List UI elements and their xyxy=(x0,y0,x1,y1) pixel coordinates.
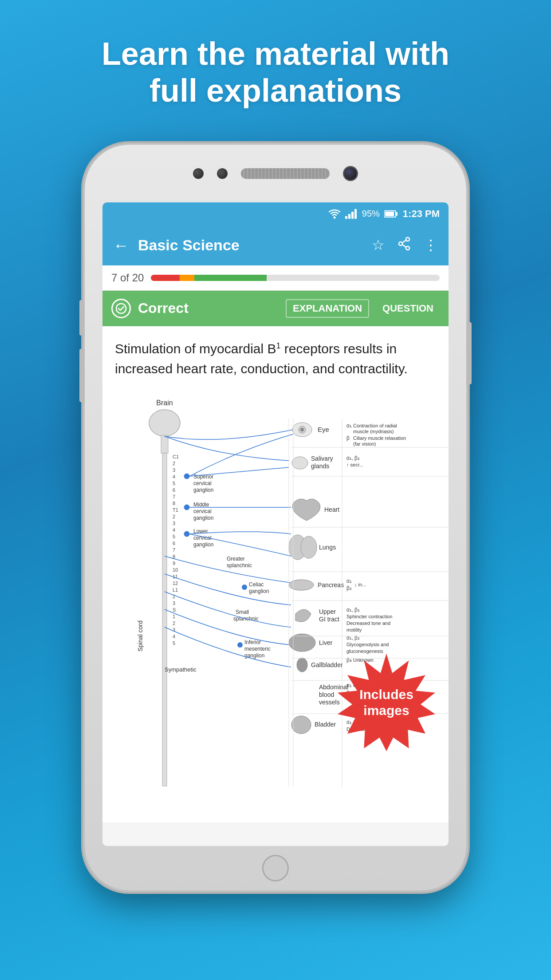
headline: Learn the material with full explanation… xyxy=(66,36,485,109)
svg-text:Contraction of radial: Contraction of radial xyxy=(353,423,397,428)
svg-text:4: 4 xyxy=(173,527,175,533)
front-camera-left xyxy=(193,168,204,179)
svg-text:L1: L1 xyxy=(173,587,178,593)
svg-text:C1: C1 xyxy=(173,454,179,459)
svg-text:ganglion: ganglion xyxy=(193,487,213,493)
svg-text:3: 3 xyxy=(173,601,175,606)
svg-text:ganglion: ganglion xyxy=(249,588,269,594)
correct-label: Correct xyxy=(138,300,279,316)
wifi-icon xyxy=(328,209,341,219)
progress-label: 7 of 20 xyxy=(111,272,144,284)
star-icon[interactable]: ☆ xyxy=(372,237,385,254)
explanation-main: Stimulation of myocardial B xyxy=(115,341,276,356)
battery-icon xyxy=(384,210,398,218)
svg-rect-3 xyxy=(351,212,354,219)
svg-point-75 xyxy=(300,428,304,431)
svg-text:Eye: Eye xyxy=(318,426,329,433)
back-button[interactable]: ← xyxy=(113,236,129,255)
svg-point-68 xyxy=(237,642,243,648)
headline-line2: full explanations xyxy=(150,73,401,108)
anatomy-diagram: Brain Spinal cord C1 2 3 4 5 6 7 8 T1 xyxy=(107,387,449,822)
svg-text:2: 2 xyxy=(173,461,175,466)
svg-rect-6 xyxy=(396,212,398,216)
svg-text:7: 7 xyxy=(173,494,175,499)
svg-point-9 xyxy=(399,242,402,245)
status-bar: 95% 1:23 PM xyxy=(102,202,449,225)
svg-text:6: 6 xyxy=(173,541,175,546)
badge-text: Includes images xyxy=(351,687,422,719)
svg-text:β₂: β₂ xyxy=(354,635,360,641)
svg-text:S: S xyxy=(173,607,176,612)
home-button[interactable] xyxy=(262,855,289,881)
svg-point-84 xyxy=(289,580,314,590)
svg-point-57 xyxy=(184,531,189,537)
svg-text:α₁: α₁ xyxy=(346,423,352,429)
svg-line-12 xyxy=(402,245,406,247)
power-button[interactable] xyxy=(466,322,472,384)
app-title: Basic Science xyxy=(138,237,363,254)
svg-text:α₁,: α₁, xyxy=(346,455,353,461)
app-bar-icons: ☆ ⋮ xyxy=(372,237,438,254)
svg-text:α₁: α₁ xyxy=(346,578,352,584)
svg-rect-4 xyxy=(354,209,357,219)
phone-mockup: 95% 1:23 PM ← Basic Science ☆ xyxy=(85,145,466,890)
svg-rect-2 xyxy=(348,214,350,219)
svg-text:(far vision): (far vision) xyxy=(353,441,376,447)
progress-red xyxy=(151,275,180,281)
svg-text:4: 4 xyxy=(173,474,175,479)
progress-green xyxy=(194,275,267,281)
svg-text:Liver: Liver xyxy=(319,639,333,646)
svg-text:β: β xyxy=(346,435,350,441)
svg-text:2: 2 xyxy=(173,620,175,626)
progress-bar xyxy=(151,275,440,281)
svg-text:gluconeogenesis: gluconeogenesis xyxy=(346,648,383,654)
svg-text:Greater: Greater xyxy=(227,556,245,562)
svg-rect-7 xyxy=(385,212,394,216)
tab-question[interactable]: QUESTION xyxy=(376,300,440,317)
front-camera-mid xyxy=(217,168,228,179)
svg-text:Glycogenolysis and: Glycogenolysis and xyxy=(346,642,389,647)
svg-text:β₂: β₂ xyxy=(354,607,360,613)
progress-orange xyxy=(180,275,194,281)
svg-text:motility: motility xyxy=(346,627,362,632)
svg-text:Middle: Middle xyxy=(193,502,209,508)
svg-text:Sphincter contraction: Sphincter contraction xyxy=(346,614,392,619)
svg-text:10: 10 xyxy=(173,567,178,573)
tab-explanation[interactable]: EXPLANATION xyxy=(286,299,369,318)
phone-bezel-top xyxy=(85,145,466,202)
svg-text:Sympathetic: Sympathetic xyxy=(165,666,197,673)
svg-text:splanchnic: splanchnic xyxy=(227,562,252,569)
status-time: 1:23 PM xyxy=(403,208,440,220)
svg-point-77 xyxy=(292,457,308,469)
svg-point-53 xyxy=(184,505,189,510)
svg-text:muscle (mydriasis): muscle (mydriasis) xyxy=(353,429,394,434)
svg-rect-18 xyxy=(162,453,167,786)
includes-images-badge: Includes images xyxy=(338,654,435,751)
svg-text:T1: T1 xyxy=(173,507,178,513)
more-options-icon[interactable]: ⋮ xyxy=(424,237,438,254)
correct-checkmark-icon xyxy=(111,299,131,318)
volume-down-button[interactable] xyxy=(79,349,85,402)
svg-text:2: 2 xyxy=(173,514,175,519)
svg-text:Upper: Upper xyxy=(319,608,336,615)
svg-text:ganglion: ganglion xyxy=(193,515,213,521)
svg-point-10 xyxy=(406,246,409,250)
explanation-subscript: 1 xyxy=(276,341,281,350)
svg-text:Ciliary muscle relaxation: Ciliary muscle relaxation xyxy=(353,435,406,441)
signal-icon xyxy=(345,209,358,219)
svg-text:9: 9 xyxy=(173,561,175,566)
svg-point-63 xyxy=(242,585,247,590)
svg-text:Spinal cord: Spinal cord xyxy=(137,620,144,652)
svg-rect-14 xyxy=(107,387,449,822)
svg-point-82 xyxy=(301,536,317,558)
diagram-area: Brain Spinal cord C1 2 3 4 5 6 7 8 T1 xyxy=(102,387,449,822)
svg-text:3: 3 xyxy=(173,467,175,473)
volume-up-button[interactable] xyxy=(79,300,85,336)
share-icon[interactable] xyxy=(397,237,411,254)
badge-line1: Includes xyxy=(359,687,413,702)
svg-text:4: 4 xyxy=(173,634,175,639)
svg-rect-1 xyxy=(345,216,347,219)
svg-point-13 xyxy=(116,304,126,313)
battery-status: 95% xyxy=(362,209,380,219)
svg-text:5: 5 xyxy=(173,534,175,539)
